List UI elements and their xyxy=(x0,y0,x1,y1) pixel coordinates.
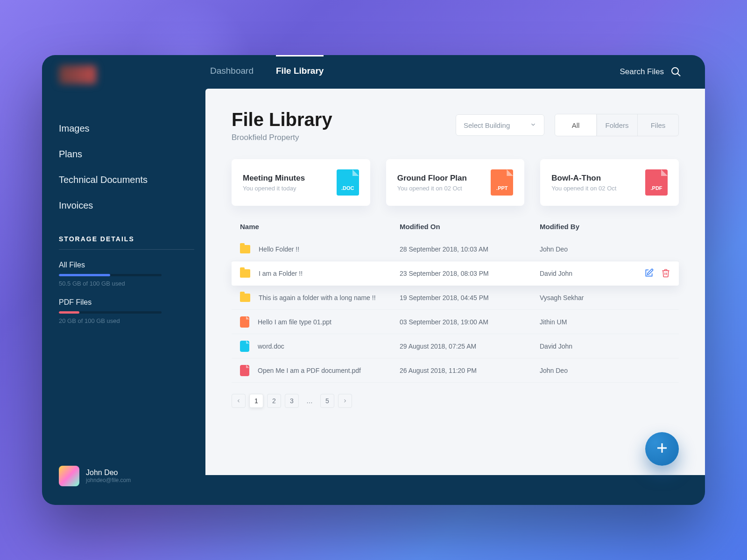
user-name: John Deo xyxy=(86,469,131,477)
sidebar-item-images[interactable]: Images xyxy=(59,116,194,141)
row-name: This is again a folder with a long name … xyxy=(259,294,376,301)
filter-folders[interactable]: Folders xyxy=(596,114,637,136)
tab-file-library[interactable]: File Library xyxy=(276,55,324,87)
user-card[interactable]: John Deo johndeo@file.com xyxy=(59,466,131,486)
row-modified-on: 29 August 2018, 07:25 AM xyxy=(400,343,540,350)
storage-bar xyxy=(59,311,162,314)
page-subtitle: Brookfield Property xyxy=(232,133,332,142)
pdf-file-icon xyxy=(240,365,249,376)
doc-file-icon: .DOC xyxy=(337,169,359,196)
page-3[interactable]: 3 xyxy=(285,394,299,408)
page-1[interactable]: 1 xyxy=(249,394,263,408)
search-label: Search Files xyxy=(620,67,664,77)
row-modified-on: 19 September 2018, 04:45 PM xyxy=(400,294,540,301)
add-fab[interactable] xyxy=(645,432,679,466)
file-table: Name Modified On Modified By Hello Folde… xyxy=(232,223,679,383)
pdf-file-icon: .PDF xyxy=(645,169,668,196)
tab-dashboard[interactable]: Dashboard xyxy=(210,56,254,87)
page-ellipsis: … xyxy=(303,394,317,408)
col-modified-on: Modified On xyxy=(400,223,540,231)
filter-segmented: All Folders Files xyxy=(555,114,679,136)
trash-icon[interactable] xyxy=(661,268,670,279)
row-name: Hello Folder !! xyxy=(259,245,299,253)
row-modified-on: 03 September 2018, 19:00 AM xyxy=(400,318,540,326)
ppt-file-icon xyxy=(240,316,249,328)
storage-label: PDF Files xyxy=(59,298,194,307)
recent-card[interactable]: Ground Floor Plan You opened it on 02 Oc… xyxy=(386,159,525,206)
storage-fill xyxy=(59,311,79,314)
svg-line-1 xyxy=(678,74,681,77)
table-row[interactable]: This is again a folder with a long name … xyxy=(232,286,679,310)
search-button[interactable]: Search Files xyxy=(620,66,682,77)
sidebar-item-technical-documents[interactable]: Technical Documents xyxy=(59,167,194,193)
row-modified-on: 26 August 2018, 11:20 PM xyxy=(400,367,540,374)
table-row[interactable]: Hello I am file type 01.ppt 03 September… xyxy=(232,310,679,334)
row-name: I am a Folder !! xyxy=(259,270,303,277)
card-subtitle: You opened it on 02 Oct xyxy=(397,185,467,192)
table-row[interactable]: I am a Folder !! 23 September 2018, 08:0… xyxy=(232,261,679,286)
row-modified-by: David John xyxy=(540,270,633,277)
card-title: Meeting Minutes xyxy=(243,174,305,183)
card-subtitle: You opened it on 02 Oct xyxy=(551,185,616,192)
app-window: Dashboard File Library Search Files Imag… xyxy=(42,55,705,505)
filter-all[interactable]: All xyxy=(555,114,596,136)
card-title: Ground Floor Plan xyxy=(397,174,467,183)
logo xyxy=(59,65,96,84)
table-row[interactable]: Open Me I am a PDF document.pdf 26 Augus… xyxy=(232,358,679,383)
card-title: Bowl-A-Thon xyxy=(551,174,616,183)
page-2[interactable]: 2 xyxy=(267,394,281,408)
row-modified-on: 28 September 2018, 10:03 AM xyxy=(400,245,540,253)
col-name: Name xyxy=(240,223,400,231)
row-name: Hello I am file type 01.ppt xyxy=(258,318,331,326)
recent-card[interactable]: Meeting Minutes You opened it today .DOC xyxy=(232,159,370,206)
folder-icon xyxy=(240,245,250,253)
page-controls: Select Building All Folders Files xyxy=(456,114,679,136)
sidebar: Images Plans Technical Documents Invoice… xyxy=(59,116,194,324)
avatar xyxy=(59,466,79,486)
page-prev[interactable] xyxy=(232,394,246,408)
storage-details-heading: STORAGE DETAILS xyxy=(59,235,194,250)
row-name: word.doc xyxy=(258,343,284,350)
topbar: Dashboard File Library Search Files xyxy=(42,55,705,89)
folder-icon xyxy=(240,294,250,302)
plus-icon xyxy=(655,441,669,457)
table-row[interactable]: word.doc 29 August 2018, 07:25 AM David … xyxy=(232,334,679,358)
select-placeholder: Select Building xyxy=(464,121,510,129)
recent-card[interactable]: Bowl-A-Thon You opened it on 02 Oct .PDF xyxy=(540,159,679,206)
page-title: File Library xyxy=(232,109,332,130)
select-building-dropdown[interactable]: Select Building xyxy=(456,114,544,136)
nav-tabs: Dashboard File Library xyxy=(210,56,324,87)
page-next[interactable] xyxy=(338,394,352,408)
col-modified-by: Modified By xyxy=(540,223,633,231)
row-modified-by: Vysagh Sekhar xyxy=(540,294,633,301)
folder-icon xyxy=(240,269,250,278)
storage-caption: 50.5 GB of 100 GB used xyxy=(59,280,194,287)
svg-point-0 xyxy=(672,68,678,74)
row-modified-by: John Deo xyxy=(540,245,633,253)
row-modified-on: 23 September 2018, 08:03 PM xyxy=(400,270,540,277)
card-subtitle: You opened it today xyxy=(243,185,305,192)
storage-fill xyxy=(59,274,110,276)
chevron-down-icon xyxy=(530,121,536,129)
sidebar-item-invoices[interactable]: Invoices xyxy=(59,193,194,218)
table-header: Name Modified On Modified By xyxy=(232,223,679,237)
page-header: File Library Brookfield Property Select … xyxy=(232,109,679,142)
row-modified-by: Jithin UM xyxy=(540,318,633,326)
storage-bar xyxy=(59,274,162,276)
main-panel: File Library Brookfield Property Select … xyxy=(205,89,705,475)
sidebar-item-plans[interactable]: Plans xyxy=(59,141,194,167)
row-modified-by: John Deo xyxy=(540,367,633,374)
filter-files[interactable]: Files xyxy=(637,114,678,136)
storage-label: All Files xyxy=(59,261,194,269)
storage-pdf-files: PDF Files 20 GB of 100 GB used xyxy=(59,298,194,324)
table-row[interactable]: Hello Folder !! 28 September 2018, 10:03… xyxy=(232,237,679,261)
edit-icon[interactable] xyxy=(644,268,654,279)
row-name: Open Me I am a PDF document.pdf xyxy=(258,367,361,374)
recent-cards: Meeting Minutes You opened it today .DOC… xyxy=(232,159,679,206)
page-5[interactable]: 5 xyxy=(320,394,334,408)
row-modified-by: David John xyxy=(540,343,633,350)
user-email: johndeo@file.com xyxy=(86,477,131,483)
storage-all-files: All Files 50.5 GB of 100 GB used xyxy=(59,261,194,287)
search-icon xyxy=(670,66,682,77)
storage-caption: 20 GB of 100 GB used xyxy=(59,317,194,324)
